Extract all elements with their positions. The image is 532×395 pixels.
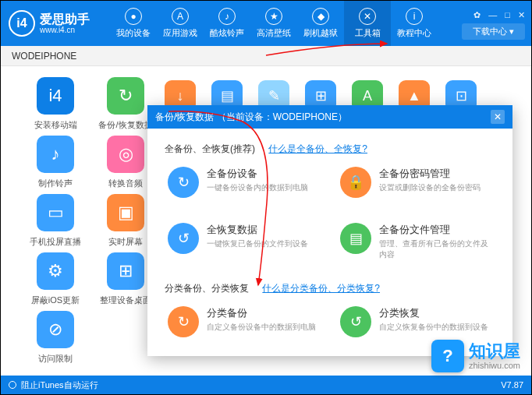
option-icon: 🔒 xyxy=(340,167,371,198)
nav-icon: ✕ xyxy=(359,8,376,25)
status-text: 阻止iTunes自动运行 xyxy=(21,379,98,391)
device-name: WODEIPHONE xyxy=(12,51,76,62)
status-bar: 阻止iTunes自动运行 V7.87 xyxy=(1,376,531,394)
option-icon: ▤ xyxy=(340,223,371,254)
option-subtitle: 管理、查看所有已备份的文件及内容 xyxy=(379,238,492,260)
nav-label: 酷炫铃声 xyxy=(210,27,244,39)
top-nav: ●我的设备A应用游戏♪酷炫铃声★高清壁纸◆刷机越狱✕工具箱i教程中心 xyxy=(110,1,462,46)
backup-option[interactable]: 🔒 全备份密码管理 设置或删除设备的全备份密码 xyxy=(337,164,495,201)
nav-icon: ♪ xyxy=(218,8,236,25)
logo-icon: i4 xyxy=(9,10,35,37)
download-center-button[interactable]: 下载中心 ▾ xyxy=(462,23,525,40)
watermark: ? 知识屋 zhishiwu.com xyxy=(431,340,520,372)
tool-tile[interactable]: ♪制作铃声 xyxy=(24,136,87,189)
version-label: V7.87 xyxy=(501,380,523,390)
tile-icon: ▭ xyxy=(37,194,74,231)
tool-tile[interactable]: ⚙屏蔽iOS更新 xyxy=(24,252,87,306)
backup-restore-dialog: 备份/恢复数据 （当前设备：WODEIPHONE） ✕ 全备份、全恢复(推荐) … xyxy=(147,105,512,356)
tile-label: 转换音频 xyxy=(108,178,143,189)
option-icon: ↺ xyxy=(168,223,199,254)
nav-6[interactable]: i教程中心 xyxy=(391,1,438,46)
maximize-button[interactable]: □ xyxy=(505,10,510,20)
nav-icon: ◆ xyxy=(312,8,329,25)
itunes-block-toggle[interactable] xyxy=(9,381,16,389)
option-icon: ↻ xyxy=(168,306,199,337)
backup-option[interactable]: ↻ 全备份设备 一键备份设备内的数据到电脑 xyxy=(165,164,323,201)
option-title: 全备份密码管理 xyxy=(379,167,481,181)
watermark-url: zhishiwu.com xyxy=(469,361,520,370)
watermark-icon: ? xyxy=(431,340,464,372)
tile-icon: ♪ xyxy=(37,136,74,173)
window-controls: ✿ — □ ✕ xyxy=(473,10,525,20)
nav-label: 工具箱 xyxy=(355,27,381,39)
backup-option[interactable]: ↺ 全恢复数据 一键恢复已备份的文件到设备 xyxy=(165,220,323,263)
tile-label: 制作铃声 xyxy=(38,178,73,189)
option-title: 分类备份 xyxy=(207,306,316,320)
logo: i4 爱思助手 www.i4.cn xyxy=(1,10,110,37)
tile-icon: ◎ xyxy=(107,136,144,173)
tool-tile[interactable]: ▭手机投屏直播 xyxy=(24,194,87,248)
nav-4[interactable]: ◆刷机越狱 xyxy=(297,1,344,46)
tile-label: 手机投屏直播 xyxy=(30,236,81,248)
nav-label: 刷机越狱 xyxy=(303,27,338,39)
section-full-help-link[interactable]: 什么是全备份、全恢复? xyxy=(268,143,367,154)
tile-icon: ⚙ xyxy=(37,252,74,290)
tile-icon: ⊘ xyxy=(37,311,74,348)
watermark-title: 知识屋 xyxy=(469,342,520,361)
dialog-header: 备份/恢复数据 （当前设备：WODEIPHONE） ✕ xyxy=(147,105,512,129)
tile-label: 整理设备桌面 xyxy=(100,294,151,306)
close-button[interactable]: ✕ xyxy=(518,10,525,20)
option-title: 全备份文件管理 xyxy=(379,223,492,237)
settings-icon[interactable]: ✿ xyxy=(473,10,481,20)
tile-label: 备份/恢复数据 xyxy=(98,119,152,131)
section-full-title: 全备份、全恢复(推荐) xyxy=(165,143,255,154)
section-category-header: 分类备份、分类恢复 什么是分类备份、分类恢复? xyxy=(165,282,495,295)
backup-option[interactable]: ▤ 全备份文件管理 管理、查看所有已备份的文件及内容 xyxy=(337,220,495,263)
nav-label: 高清壁纸 xyxy=(257,27,291,39)
option-subtitle: 设置或删除设备的全备份密码 xyxy=(379,182,481,193)
app-header: i4 爱思助手 www.i4.cn ●我的设备A应用游戏♪酷炫铃声★高清壁纸◆刷… xyxy=(1,1,531,46)
tile-icon: ⊞ xyxy=(107,252,144,290)
nav-icon: ★ xyxy=(265,8,282,25)
nav-1[interactable]: A应用游戏 xyxy=(157,1,204,46)
section-category-help-link[interactable]: 什么是分类备份、分类恢复? xyxy=(262,283,380,294)
tool-tile[interactable]: i4安装移动端 xyxy=(24,77,87,131)
minimize-button[interactable]: — xyxy=(488,10,497,20)
nav-label: 教程中心 xyxy=(397,27,431,39)
backup-option[interactable]: ↻ 分类备份 自定义备份设备中的数据到电脑 xyxy=(165,303,323,340)
nav-3[interactable]: ★高清壁纸 xyxy=(250,1,297,46)
option-title: 分类恢复 xyxy=(379,306,488,320)
option-subtitle: 一键恢复已备份的文件到设备 xyxy=(207,238,308,249)
nav-5[interactable]: ✕工具箱 xyxy=(344,1,391,46)
nav-0[interactable]: ●我的设备 xyxy=(110,1,157,46)
tile-label: 访问限制 xyxy=(38,353,73,365)
app-url: www.i4.cn xyxy=(40,26,90,34)
nav-icon: ● xyxy=(125,8,142,25)
device-bar: WODEIPHONE xyxy=(1,46,531,66)
option-subtitle: 自定义备份设备中的数据到电脑 xyxy=(207,322,316,333)
dialog-device: （当前设备：WODEIPHONE） xyxy=(217,111,347,122)
option-subtitle: 自定义恢复备份中的数据到设备 xyxy=(379,322,488,333)
option-title: 全备份设备 xyxy=(207,167,308,181)
option-subtitle: 一键备份设备内的数据到电脑 xyxy=(207,182,308,193)
tile-icon: ↻ xyxy=(107,77,144,115)
nav-icon: i xyxy=(406,8,423,25)
nav-2[interactable]: ♪酷炫铃声 xyxy=(204,1,250,46)
nav-icon: A xyxy=(172,8,189,25)
tile-label: 实时屏幕 xyxy=(108,236,143,248)
nav-label: 我的设备 xyxy=(116,27,151,39)
tile-label: 屏蔽iOS更新 xyxy=(31,294,80,306)
tile-icon: i4 xyxy=(37,77,74,115)
option-icon: ↻ xyxy=(168,167,199,198)
app-title: 爱思助手 xyxy=(40,12,90,26)
option-title: 全恢复数据 xyxy=(207,223,308,237)
dialog-title: 备份/恢复数据 xyxy=(155,111,214,122)
dialog-close-button[interactable]: ✕ xyxy=(491,110,505,124)
tile-icon: ▣ xyxy=(107,194,144,231)
backup-option[interactable]: ↺ 分类恢复 自定义恢复备份中的数据到设备 xyxy=(337,303,495,340)
tool-tile[interactable]: ⊘访问限制 xyxy=(24,311,87,365)
nav-label: 应用游戏 xyxy=(163,27,197,39)
tile-label: 安装移动端 xyxy=(34,119,77,131)
section-category-title: 分类备份、分类恢复 xyxy=(165,283,249,294)
option-icon: ↺ xyxy=(340,306,371,337)
